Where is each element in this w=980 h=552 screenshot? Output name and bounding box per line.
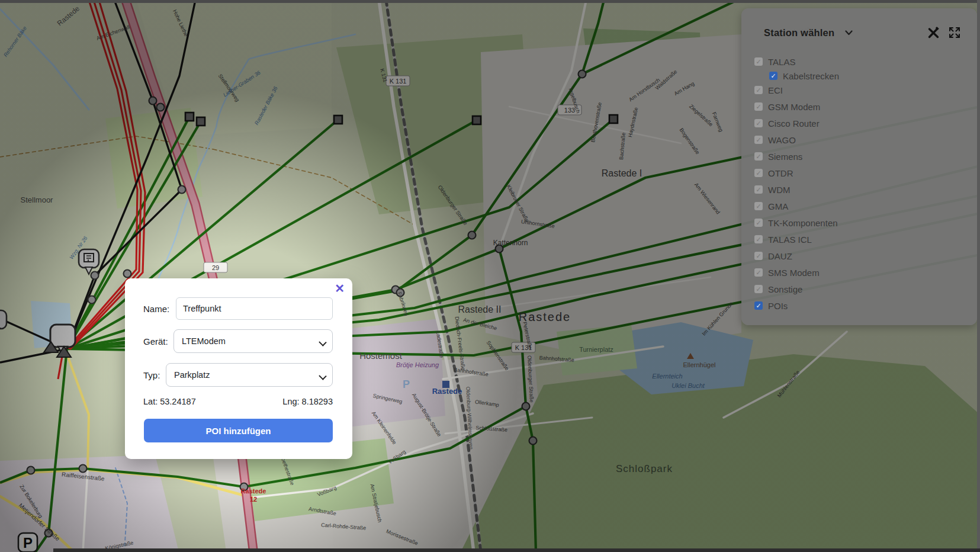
- expand-icon[interactable]: [948, 27, 960, 39]
- close-icon[interactable]: ✕: [335, 283, 345, 294]
- cable-node-0: [149, 97, 157, 105]
- right-scrollbar[interactable]: [977, 0, 980, 552]
- lat-value: Lat: 53.24187: [143, 397, 196, 406]
- station-square-marker-2: [334, 115, 342, 124]
- name-input[interactable]: [176, 297, 333, 320]
- checkbox-sonstige[interactable]: ✓: [754, 285, 763, 293]
- checkbox-cisco-router[interactable]: ✓: [754, 119, 763, 127]
- road-shield-text-1: 133: [564, 107, 575, 114]
- filter-row-talas: ✓TALAS: [741, 53, 977, 70]
- app-viewport: { "colors":{"cable_green":"#1f6b12","cab…: [0, 0, 980, 552]
- checkbox-gma[interactable]: ✓: [754, 202, 763, 210]
- edge-pin-1: [0, 310, 7, 329]
- cable-node-5: [88, 296, 96, 304]
- bottom-edge-bar: [53, 548, 980, 552]
- cable-node-1: [157, 104, 165, 111]
- checkbox-label-dauz: DAUZ: [768, 251, 792, 261]
- station-square-marker-1: [197, 117, 205, 126]
- typ-label: Typ:: [143, 370, 162, 380]
- checkbox-label-kabelstrecken: Kabelstrecken: [783, 71, 839, 81]
- top-edge-bar: [0, 0, 980, 3]
- filter-row-kabelstrecken: ✓Kabelstrecken: [741, 70, 977, 82]
- cable-node-3: [124, 270, 131, 278]
- checkbox-sms-modem[interactable]: ✓: [754, 268, 763, 277]
- cable-node-14: [79, 465, 87, 473]
- filter-row-cisco-router: ✓Cisco Router: [741, 115, 977, 131]
- railway-station-icon: [442, 381, 449, 388]
- filter-row-gma: ✓GMA: [741, 198, 977, 214]
- checkbox-label-pois: POIs: [768, 301, 788, 311]
- checkbox-wago[interactable]: ✓: [754, 136, 763, 144]
- station-square-marker-4: [609, 115, 618, 123]
- road-shield-text-0: K 131: [390, 78, 407, 85]
- cable-node-12: [529, 437, 537, 445]
- checkbox-label-tk-komponenten: TK-Komponenten: [768, 218, 838, 228]
- filter-row-wago: ✓WAGO: [741, 131, 977, 148]
- checkbox-eci[interactable]: ✓: [754, 86, 763, 94]
- map-label-15: Rastede: [241, 487, 266, 495]
- checkbox-pois[interactable]: ✓: [754, 301, 763, 310]
- checkbox-talas-icl[interactable]: ✓: [754, 235, 763, 243]
- checkbox-wdm[interactable]: ✓: [754, 185, 763, 194]
- map-label-8: Schloßpark: [616, 463, 673, 474]
- filter-row-otdr: ✓OTDR: [741, 165, 977, 181]
- typ-select[interactable]: Parkplatz: [166, 363, 333, 387]
- checkbox-label-gma: GMA: [768, 201, 788, 211]
- map-label-11: Ellernteich: [652, 373, 682, 380]
- poi-add-button[interactable]: POI hinzufügen: [144, 419, 333, 442]
- map-label-6: Kattenhorn: [493, 239, 528, 247]
- checkbox-label-siemens: Siemens: [768, 152, 802, 162]
- checkbox-kabelstrecken[interactable]: ✓: [769, 72, 777, 80]
- map-label-2: Stellmoor: [21, 195, 54, 204]
- checkbox-siemens[interactable]: ✓: [754, 152, 763, 161]
- hub-station-pin: [50, 325, 75, 347]
- checkbox-label-sonstige: Sonstige: [768, 284, 802, 294]
- cable-node-13: [27, 467, 35, 474]
- map-label-16: 12: [250, 496, 257, 503]
- checkbox-label-talas-icl: TALAS ICL: [768, 235, 812, 245]
- checkbox-talas[interactable]: ✓: [754, 57, 763, 66]
- road-shield-text-3: 29: [212, 264, 219, 271]
- poi-create-modal: ✕ Name: Gerät: LTEModem Typ: Parkplatz L…: [125, 278, 352, 459]
- chevron-down-icon[interactable]: [845, 30, 853, 36]
- parking-symbol: P: [403, 378, 410, 390]
- station-square-marker-0: [185, 113, 194, 121]
- geraet-label: Gerät:: [143, 336, 170, 346]
- checkbox-label-wago: WAGO: [768, 135, 796, 145]
- parking-pin-letter: P: [23, 535, 33, 551]
- filter-row-gsm-modem: ✓GSM Modem: [741, 98, 977, 115]
- cable-node-8: [468, 232, 476, 239]
- map-label-3: Rastede I: [602, 168, 642, 178]
- checkbox-tk-komponenten[interactable]: ✓: [754, 219, 763, 227]
- cable-node-11: [522, 403, 530, 410]
- panel-header: Station wählen: [764, 26, 960, 39]
- cable-node-2: [178, 186, 186, 194]
- checkbox-dauz[interactable]: ✓: [754, 252, 763, 260]
- map-label-9: Turnierplatz: [579, 346, 613, 353]
- station-select-dropdown[interactable]: Station wählen: [764, 27, 834, 38]
- checkbox-label-cisco-router: Cisco Router: [768, 118, 820, 129]
- filter-row-siemens: ✓Siemens: [741, 148, 977, 165]
- geraet-select[interactable]: LTEModem: [173, 329, 333, 353]
- checkbox-label-sms-modem: SMS Modem: [768, 268, 820, 278]
- checkbox-label-otdr: OTDR: [768, 168, 793, 178]
- checkbox-gsm-modem[interactable]: ✓: [754, 102, 763, 111]
- checkbox-otdr[interactable]: ✓: [754, 169, 763, 177]
- map-label-4: Rastede II: [458, 304, 502, 314]
- map-label-7: Hostemost: [359, 351, 403, 361]
- cable-node-10: [579, 70, 586, 78]
- station-square-marker-3: [473, 116, 481, 124]
- name-label: Name:: [143, 304, 172, 314]
- lng-value: Lng: 8.18293: [282, 397, 333, 406]
- filter-row-tk-komponenten: ✓TK-Komponenten: [741, 214, 977, 231]
- filter-row-sms-modem: ✓SMS Modem: [741, 264, 977, 281]
- map-label-13: Rastede: [432, 387, 462, 396]
- checkbox-label-wdm: WDM: [768, 185, 791, 195]
- checkbox-label-talas: TALAS: [768, 57, 795, 67]
- filter-row-talas-icl: ✓TALAS ICL: [741, 231, 977, 248]
- tools-icon[interactable]: [927, 27, 940, 39]
- filter-row-sonstige: ✓Sonstige: [741, 281, 977, 297]
- station-checkbox-list: ✓TALAS✓Kabelstrecken✓ECI✓GSM Modem✓Cisco…: [741, 53, 977, 314]
- map-label-14: Brötje Heizung: [396, 361, 439, 368]
- checkbox-label-eci: ECI: [768, 85, 783, 95]
